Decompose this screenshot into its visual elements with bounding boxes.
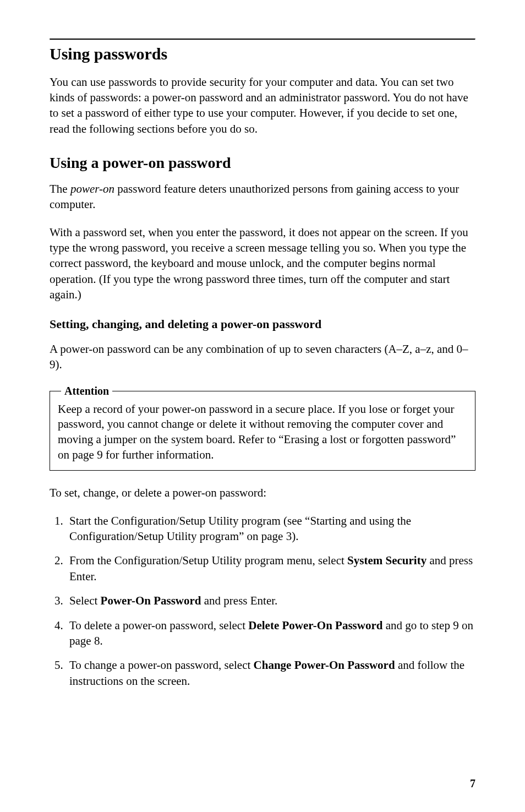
heading-power-on: Using a power-on password (50, 153, 475, 172)
step-3: Select Power-On Password and press Enter… (66, 593, 475, 608)
text-fragment: The (50, 182, 70, 195)
paragraph-power-on-intro: The power-on password feature deters una… (50, 181, 475, 212)
section-rule (50, 39, 475, 40)
text-fragment: and press Enter. (201, 594, 278, 607)
text-fragment: From the Configuration/Setup Utility pro… (69, 554, 347, 567)
step-4: To delete a power-on password, select De… (66, 618, 475, 649)
attention-body: Keep a record of your power-on password … (58, 402, 467, 463)
heading-setting-changing-deleting: Setting, changing, and deleting a power-… (50, 317, 475, 333)
paragraph-char-limit: A power-on password can be any combinati… (50, 341, 475, 373)
ui-power-on-password: Power-On Password (101, 594, 201, 607)
step-1: Start the Configuration/Setup Utility pr… (66, 513, 475, 544)
ui-delete-power-on: Delete Power-On Password (248, 619, 382, 632)
paragraph-steps-intro: To set, change, or delete a power-on pas… (50, 485, 475, 500)
attention-box: Attention Keep a record of your power-on… (50, 385, 475, 471)
text-fragment: Select (69, 594, 101, 607)
paragraph-password-behavior: With a password set, when you enter the … (50, 225, 475, 303)
step-2: From the Configuration/Setup Utility pro… (66, 553, 475, 584)
text-fragment: To change a power-on password, select (69, 658, 254, 672)
heading-using-passwords: Using passwords (50, 43, 475, 64)
term-power-on: power-on (70, 182, 114, 195)
steps-list: Start the Configuration/Setup Utility pr… (50, 513, 475, 689)
ui-system-security: System Security (347, 554, 426, 567)
document-page: Using passwords You can use passwords to… (0, 0, 525, 812)
attention-legend: Attention (61, 385, 112, 397)
text-fragment: To delete a power-on password, select (69, 619, 248, 632)
step-5: To change a power-on password, select Ch… (66, 657, 475, 689)
ui-change-power-on: Change Power-On Password (254, 658, 395, 672)
paragraph-intro: You can use passwords to provide securit… (50, 74, 475, 137)
page-number: 7 (470, 777, 475, 790)
